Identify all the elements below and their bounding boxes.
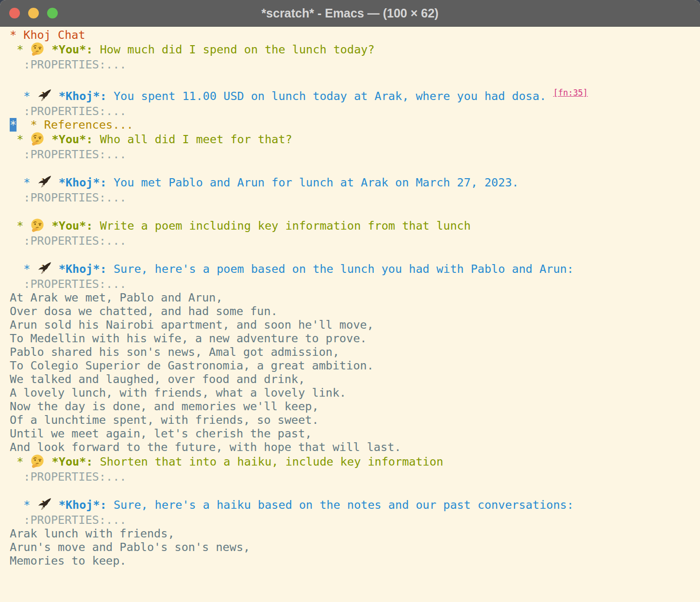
chat-message-khoj-2-text [52, 176, 59, 189]
poem-line: To Colegio Superior de Gastronomia, a gr… [10, 359, 700, 372]
references-heading-text: * References... [30, 118, 133, 132]
poem-line: Now the day is done, and memories we'll … [10, 400, 700, 413]
chat-message-khoj-1-text: *Khoj*: [59, 89, 107, 103]
chat-message-you-1-text: *You*: [52, 43, 93, 56]
chat-message-khoj-4-text: *Khoj*: [59, 498, 107, 512]
org-heading-khoj-chat-text: * Khoj Chat [10, 28, 85, 42]
properties-drawer-text: :PROPERTIES:... [10, 513, 127, 527]
properties-drawer[interactable]: :PROPERTIES:... [10, 191, 700, 204]
poem-line-text: And look forward to the future, with hop… [10, 440, 401, 454]
chat-message-you-1-text: How much did I spend on the lunch today? [93, 43, 375, 56]
properties-drawer-text: :PROPERTIES:... [10, 470, 127, 484]
poem-line-text: A lovely lunch, with friends, what a lov… [10, 386, 346, 400]
poem-line-text: To Colegio Superior de Gastronomia, a gr… [10, 359, 374, 372]
chat-message-khoj-2-text: You met Pablo and Arun for lunch at Arak… [107, 176, 519, 189]
properties-drawer[interactable]: :PROPERTIES:... [10, 513, 700, 527]
chat-message-khoj-3-text: Sure, here's a poem based on the lunch y… [107, 262, 574, 276]
poem-line: Until we meet again, let's cherish the p… [10, 427, 700, 440]
poem-line: We talked and laughed, over food and dri… [10, 372, 700, 386]
haiku-line-text: Arak lunch with friends, [10, 527, 175, 540]
chat-message-khoj-1-text [52, 89, 59, 103]
buffer[interactable]: * Khoj Chat * *You*: How much did I spen… [0, 27, 700, 568]
chat-message-khoj-2[interactable]: * *Khoj*: You met Pablo and Arun for lun… [10, 175, 700, 191]
chat-message-khoj-4-text: * [10, 498, 37, 512]
properties-drawer[interactable]: :PROPERTIES:... [10, 470, 700, 484]
properties-drawer[interactable]: :PROPERTIES:... [10, 58, 700, 71]
poem-line-text: Arun sold his Nairobi apartment, and soo… [10, 318, 374, 332]
properties-drawer-text: :PROPERTIES:... [10, 191, 127, 204]
chat-message-you-3-text: *You*: [52, 219, 93, 233]
chat-message-khoj-2-text: *Khoj*: [59, 176, 107, 189]
references-heading[interactable]: * * References... [10, 118, 700, 132]
chat-message-khoj-4[interactable]: * *Khoj*: Sure, here's a haiku based on … [10, 497, 700, 513]
poem-line: Over dosa we chatted, and had some fun. [10, 304, 700, 318]
properties-drawer-text: :PROPERTIES:... [10, 234, 127, 248]
thinking-face-icon [30, 454, 45, 470]
chat-message-you-2-text [45, 133, 51, 146]
thinking-face-icon [30, 132, 45, 148]
chat-message-you-4-text: *You*: [52, 455, 93, 468]
chat-message-you-3[interactable]: * *You*: Write a poem including key info… [10, 218, 700, 234]
poem-line-text: Of a lunchtime spent, with friends, so s… [10, 413, 319, 427]
blank-line [10, 71, 700, 85]
chat-message-khoj-2-text: * [10, 176, 37, 189]
chat-message-you-4-text [45, 455, 51, 468]
poem-line-text: Now the day is done, and memories we'll … [10, 400, 319, 413]
poem-line: To Medellin with his wife, a new adventu… [10, 332, 700, 345]
title-bar[interactable]: *scratch* - Emacs — (100 × 62) [0, 0, 700, 27]
eagle-icon [37, 88, 52, 104]
chat-message-you-4-text: Shorten that into a haiku, include key i… [93, 455, 444, 468]
haiku-line: Arak lunch with friends, [10, 527, 700, 540]
chat-message-khoj-3-text: *Khoj*: [59, 262, 107, 276]
properties-drawer[interactable]: :PROPERTIES:... [10, 234, 700, 248]
chat-message-khoj-3-text: * [10, 262, 37, 276]
poem-line: A lovely lunch, with friends, what a lov… [10, 386, 700, 400]
chat-message-khoj-3-text [52, 262, 59, 276]
poem-line-text: At Arak we met, Pablo and Arun, [10, 291, 223, 304]
properties-drawer[interactable]: :PROPERTIES:... [10, 104, 700, 118]
text-cursor: * [10, 118, 17, 132]
blank-line [10, 248, 700, 261]
poem-line-text: To Medellin with his wife, a new adventu… [10, 332, 367, 345]
blank-line [10, 204, 700, 218]
chat-message-you-2-text: * [10, 133, 30, 146]
chat-message-you-2-text: *You*: [52, 133, 93, 146]
poem-line-text: Pablo shared his son's news, Amal got ad… [10, 345, 339, 359]
org-heading-khoj-chat[interactable]: * Khoj Chat [10, 28, 700, 42]
haiku-line-text: Memories to keep. [10, 554, 127, 568]
haiku-line-text: Arun's move and Pablo's son's news, [10, 540, 250, 554]
properties-drawer-text: :PROPERTIES:... [10, 58, 127, 71]
poem-line: And look forward to the future, with hop… [10, 440, 700, 454]
chat-message-khoj-4-text [52, 498, 59, 512]
footnote-link[interactable]: [fn:35] [553, 88, 588, 98]
properties-drawer-text: :PROPERTIES:... [10, 104, 127, 118]
chat-message-you-3-text [45, 219, 51, 233]
chat-message-you-3-text: * [10, 219, 30, 233]
poem-line-text: We talked and laughed, over food and dri… [10, 372, 305, 386]
poem-line: Pablo shared his son's news, Amal got ad… [10, 345, 700, 359]
properties-drawer[interactable]: :PROPERTIES:... [10, 277, 700, 291]
eagle-icon [37, 497, 52, 513]
chat-message-you-4[interactable]: * *You*: Shorten that into a haiku, incl… [10, 454, 700, 470]
haiku-line: Memories to keep. [10, 554, 700, 568]
minimize-button[interactable] [28, 8, 39, 18]
chat-message-you-3-text: Write a poem including key information f… [93, 219, 471, 233]
thinking-face-icon [30, 218, 45, 234]
haiku-line: Arun's move and Pablo's son's news, [10, 540, 700, 554]
window-title: *scratch* - Emacs — (100 × 62) [0, 6, 700, 20]
chat-message-you-2[interactable]: * *You*: Who all did I meet for that? [10, 132, 700, 148]
properties-drawer[interactable]: :PROPERTIES:... [10, 148, 700, 161]
close-button[interactable] [9, 8, 20, 18]
blank-line [10, 161, 700, 175]
poem-line-text: Over dosa we chatted, and had some fun. [10, 304, 278, 318]
chat-message-khoj-4-text: Sure, here's a haiku based on the notes … [107, 498, 574, 512]
poem-line: At Arak we met, Pablo and Arun, [10, 291, 700, 304]
references-heading-text [17, 118, 30, 132]
chat-message-khoj-1[interactable]: * *Khoj*: You spent 11.00 USD on lunch t… [10, 85, 700, 104]
poem-line-text: Until we meet again, let's cherish the p… [10, 427, 312, 440]
chat-message-khoj-3[interactable]: * *Khoj*: Sure, here's a poem based on t… [10, 261, 700, 277]
chat-message-you-1[interactable]: * *You*: How much did I spend on the lun… [10, 42, 700, 58]
poem-line: Of a lunchtime spent, with friends, so s… [10, 413, 700, 427]
chat-message-you-1-text [45, 43, 51, 56]
zoom-button[interactable] [47, 8, 58, 18]
